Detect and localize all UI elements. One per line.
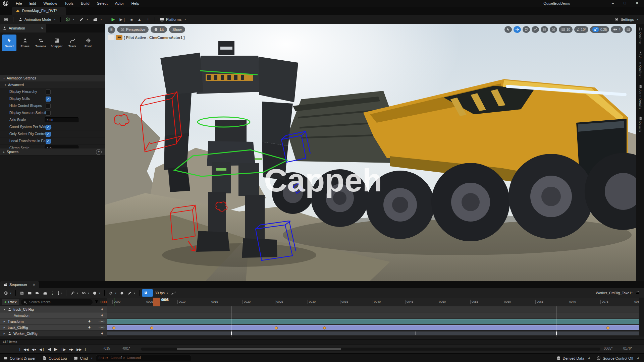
add-track-button[interactable]: + Track <box>2 299 19 305</box>
maximize-button[interactable]: □ <box>619 0 631 7</box>
checkbox[interactable]: ✓ <box>46 139 51 144</box>
camera-speed-button[interactable]: 4 <box>611 26 623 33</box>
viewport-menu-button[interactable]: ≡ <box>108 26 115 34</box>
key-navigation-buttons[interactable]: ◁ ◆ ▷ <box>99 326 105 329</box>
previous-key-button[interactable]: ◀● <box>31 345 37 354</box>
lock-open-icon[interactable] <box>635 290 640 295</box>
section-spaces[interactable]: ▸ Spaces <box>0 148 105 156</box>
curve-editor-button[interactable] <box>170 289 177 297</box>
key-navigation-buttons[interactable]: ◁ ◆ ▷ <box>99 320 105 323</box>
play-options-button[interactable]: ⋮ <box>144 16 152 23</box>
play-button[interactable]: ▶ <box>109 16 117 23</box>
expander-icon[interactable]: ▸ <box>3 332 6 335</box>
add-section-button[interactable]: + <box>101 307 103 312</box>
render-movie-button[interactable] <box>41 289 49 297</box>
text-field[interactable]: 10.0 <box>45 117 78 122</box>
minimize-button[interactable]: – <box>607 0 619 7</box>
add-section-button[interactable]: + <box>101 313 103 318</box>
grid-snap-button[interactable]: 10 <box>559 26 573 33</box>
frame-skip-button[interactable]: ▶❘ <box>117 16 128 23</box>
more-options-button[interactable]: ⋮ <box>49 289 56 297</box>
menu-item-file[interactable]: File <box>12 0 26 7</box>
track-lane-worker_ctrlrig[interactable] <box>107 330 639 337</box>
jump-to-front-button[interactable]: ◀◀ <box>22 345 30 354</box>
section-advanced[interactable]: ▾ Advanced <box>0 81 105 88</box>
camera-icon[interactable] <box>116 35 122 40</box>
keyframe-marker[interactable] <box>112 326 115 329</box>
checkbox[interactable] <box>46 104 51 109</box>
menu-item-build[interactable]: Build <box>77 0 93 7</box>
expander-icon[interactable]: ▸ <box>3 326 6 329</box>
keyframe-marker[interactable] <box>275 326 278 329</box>
playhead-marker[interactable] <box>153 298 160 306</box>
create-camera-button[interactable] <box>34 289 41 297</box>
track-lane-truck_ctrlrig[interactable] <box>107 306 639 312</box>
playback-options-dropdown[interactable]: ▾ <box>91 289 102 297</box>
mode-button-pivot[interactable]: Pivot <box>81 35 95 51</box>
edit-mode-dropdown[interactable]: ▾ <box>126 289 137 297</box>
menu-item-help[interactable]: Help <box>128 0 143 7</box>
mode-button-snapper[interactable]: Snapper <box>49 35 64 51</box>
track-row-worker_ctrlrig[interactable]: ▸Worker_CtrlRig+ <box>0 330 107 337</box>
checkbox[interactable] <box>46 111 51 116</box>
keyframe-marker[interactable] <box>150 326 153 329</box>
take-label[interactable]: Worker_CtrlRig_Take1* <box>596 288 633 298</box>
derived-data-button[interactable]: Derived Data ◢ <box>553 354 593 362</box>
world-coordinate-button[interactable] <box>541 26 548 33</box>
stop-button[interactable]: ■ <box>128 16 135 23</box>
viewport[interactable]: Cappeh ≡ Perspective Lit Show [ Pilot Ac… <box>105 24 636 281</box>
section-animation-settings[interactable]: ▾ Animation Settings <box>0 75 105 82</box>
right-tab-anim-outliner[interactable]: Anim Outliner <box>636 48 644 81</box>
output-log-button[interactable]: Output Log <box>39 354 70 362</box>
level-tab[interactable]: DemoMap_Fin_RVT* <box>12 7 66 15</box>
editor-mode-dropdown[interactable]: Animation Mode ▾ <box>16 16 58 23</box>
checkbox[interactable]: ✓ <box>46 132 51 137</box>
next-frame-button[interactable]: ❘▶ <box>59 345 67 354</box>
surface-snapping-button[interactable] <box>550 26 557 33</box>
scale-tool-button[interactable] <box>532 26 539 33</box>
previous-frame-button[interactable]: ◀❘ <box>38 345 46 354</box>
checkbox[interactable]: ✓ <box>46 97 51 102</box>
rotation-snap-button[interactable]: ∠ 10° <box>574 26 588 33</box>
actions-dropdown[interactable]: ▾ <box>69 289 80 297</box>
menu-item-edit[interactable]: Edit <box>26 0 40 7</box>
pilot-toggle-button[interactable] <box>108 35 114 40</box>
timeline-scrollbar[interactable] <box>141 348 600 351</box>
checkbox[interactable] <box>46 89 51 95</box>
close-icon[interactable]: ✕ <box>41 26 44 30</box>
view-options-dropdown[interactable]: ▾ <box>80 289 91 297</box>
select-tool-button[interactable] <box>504 26 512 33</box>
keyframe-marker[interactable] <box>323 326 326 329</box>
animation-tab[interactable]: Animation ✕ <box>0 24 46 33</box>
rotate-tool-button[interactable] <box>523 26 530 33</box>
range-field-view-start[interactable]: -001* <box>122 347 130 350</box>
lit-dropdown[interactable]: Lit <box>151 26 167 33</box>
blueprints-dropdown[interactable]: ▾ <box>77 16 91 23</box>
track-search-box[interactable] <box>21 299 93 305</box>
quick-add-dropdown[interactable]: ▾ <box>63 16 77 23</box>
save-sequence-button[interactable] <box>18 289 26 297</box>
next-key-button[interactable]: ●▶ <box>68 345 75 354</box>
menu-item-actor[interactable]: Actor <box>111 0 128 7</box>
maximize-viewport-button[interactable] <box>625 26 632 33</box>
track-row-truck_ctrlrig[interactable]: ▸truck_CtrlRig+◁ ◆ ▷ <box>0 324 107 330</box>
mode-button-trails[interactable]: Trails <box>65 35 79 51</box>
track-lanes[interactable] <box>107 306 639 337</box>
track-row-truck_ctrlrig[interactable]: ▾truck_CtrlRig+ <box>0 306 107 312</box>
add-space-button[interactable]: + <box>96 149 102 155</box>
platforms-dropdown[interactable]: Platforms ▾ <box>157 16 188 23</box>
timeline-ruler[interactable]: 0000000500100015002000250030003500400045… <box>107 298 639 307</box>
right-tab-outliner[interactable]: Outliner <box>636 24 644 48</box>
fps-dropdown[interactable]: 30 fps▾ <box>153 289 170 297</box>
jump-to-end-button[interactable]: ▶▶ <box>75 345 83 354</box>
range-field-end[interactable]: 0176* <box>623 347 632 350</box>
scale-snap-button[interactable]: 0.25 <box>590 26 609 33</box>
close-icon[interactable]: ✕ <box>33 283 35 287</box>
save-level-button[interactable] <box>1 16 11 23</box>
sequencer-tab[interactable]: Sequencer ✕ <box>0 281 39 288</box>
track-lane-transform[interactable] <box>107 318 639 324</box>
track-row-transform[interactable]: ▸Transform+◁ ◆ ▷ <box>0 318 107 324</box>
track-row-animation[interactable]: Animation+ <box>0 312 107 318</box>
autokey-dropdown[interactable]: ▾ <box>107 289 118 297</box>
checkbox[interactable]: ✓ <box>46 125 51 130</box>
